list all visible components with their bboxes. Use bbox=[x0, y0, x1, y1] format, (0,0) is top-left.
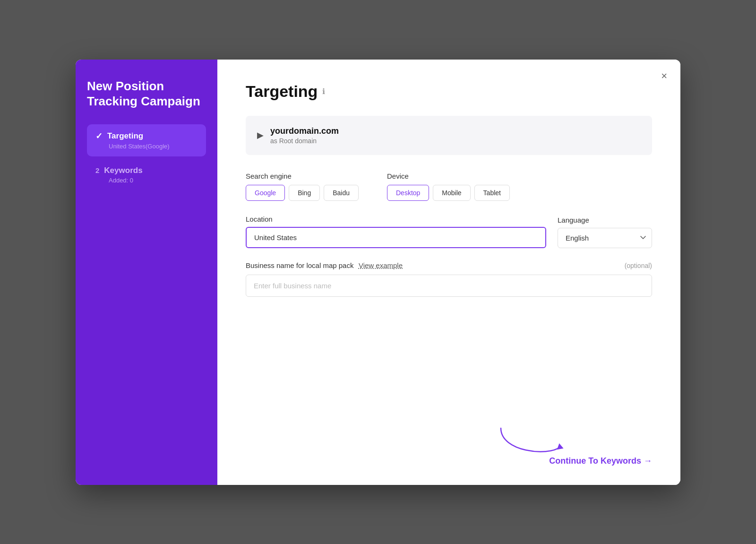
main-content: × Targeting ℹ ▶ yourdomain.com as Root d… bbox=[217, 60, 680, 485]
device-tablet[interactable]: Tablet bbox=[474, 185, 510, 201]
targeting-label: Targeting bbox=[107, 131, 143, 141]
language-group: Language English Spanish French German J… bbox=[558, 216, 652, 248]
view-example-link[interactable]: View example bbox=[359, 261, 403, 269]
language-label: Language bbox=[558, 216, 652, 224]
sidebar-title: New Position Tracking Campaign bbox=[87, 78, 206, 109]
business-name-input[interactable] bbox=[246, 275, 652, 297]
location-language-row: Location Language English Spanish French… bbox=[246, 215, 652, 248]
device-desktop[interactable]: Desktop bbox=[387, 185, 429, 201]
continue-to-keywords-link[interactable]: Continue To Keywords → bbox=[549, 456, 652, 466]
sidebar: New Position Tracking Campaign ✓ Targeti… bbox=[76, 60, 217, 485]
continue-area: Continue To Keywords → bbox=[246, 437, 652, 466]
location-label: Location bbox=[246, 215, 546, 223]
device-label: Device bbox=[387, 172, 510, 180]
check-icon: ✓ bbox=[95, 131, 103, 141]
curved-arrow-decoration bbox=[491, 423, 567, 461]
close-button[interactable]: × bbox=[659, 69, 669, 83]
page-title-row: Targeting ℹ bbox=[246, 82, 652, 101]
domain-card[interactable]: ▶ yourdomain.com as Root domain bbox=[246, 116, 652, 155]
device-mobile[interactable]: Mobile bbox=[433, 185, 470, 201]
language-select[interactable]: English Spanish French German Japanese bbox=[558, 228, 652, 248]
search-device-row: Search engine Google Bing Baidu Device D… bbox=[246, 172, 652, 201]
location-input[interactable] bbox=[246, 227, 546, 248]
business-section: Business name for local map pack View ex… bbox=[246, 261, 652, 297]
search-engine-group: Search engine Google Bing Baidu bbox=[246, 172, 359, 201]
search-engine-label: Search engine bbox=[246, 172, 359, 180]
location-group: Location bbox=[246, 215, 546, 248]
keywords-label: Keywords bbox=[104, 166, 142, 175]
domain-name: yourdomain.com bbox=[270, 126, 339, 136]
search-engine-baidu[interactable]: Baidu bbox=[324, 185, 359, 201]
domain-chevron-icon: ▶ bbox=[257, 130, 264, 140]
targeting-header: ✓ Targeting bbox=[95, 131, 198, 141]
modal-wrapper: New Position Tracking Campaign ✓ Targeti… bbox=[76, 60, 680, 485]
search-engine-buttons: Google Bing Baidu bbox=[246, 185, 359, 201]
keywords-sublabel: Added: 0 bbox=[95, 177, 198, 184]
sidebar-item-targeting[interactable]: ✓ Targeting United States(Google) bbox=[87, 124, 206, 156]
optional-label: (optional) bbox=[625, 262, 652, 269]
search-engine-bing[interactable]: Bing bbox=[289, 185, 320, 201]
page-title: Targeting bbox=[246, 82, 318, 101]
device-buttons: Desktop Mobile Tablet bbox=[387, 185, 510, 201]
business-label: Business name for local map pack bbox=[246, 261, 353, 269]
domain-sublabel: as Root domain bbox=[270, 137, 339, 145]
keywords-number: 2 bbox=[95, 166, 99, 174]
business-label-row: Business name for local map pack View ex… bbox=[246, 261, 652, 270]
business-label-left: Business name for local map pack View ex… bbox=[246, 261, 403, 270]
keywords-header: 2 Keywords bbox=[95, 166, 198, 175]
device-group: Device Desktop Mobile Tablet bbox=[387, 172, 510, 201]
sidebar-item-keywords[interactable]: 2 Keywords Added: 0 bbox=[87, 159, 206, 190]
info-icon[interactable]: ℹ bbox=[322, 87, 325, 96]
targeting-sublabel: United States(Google) bbox=[95, 143, 198, 150]
search-engine-google[interactable]: Google bbox=[246, 185, 285, 201]
domain-info: yourdomain.com as Root domain bbox=[270, 126, 339, 145]
